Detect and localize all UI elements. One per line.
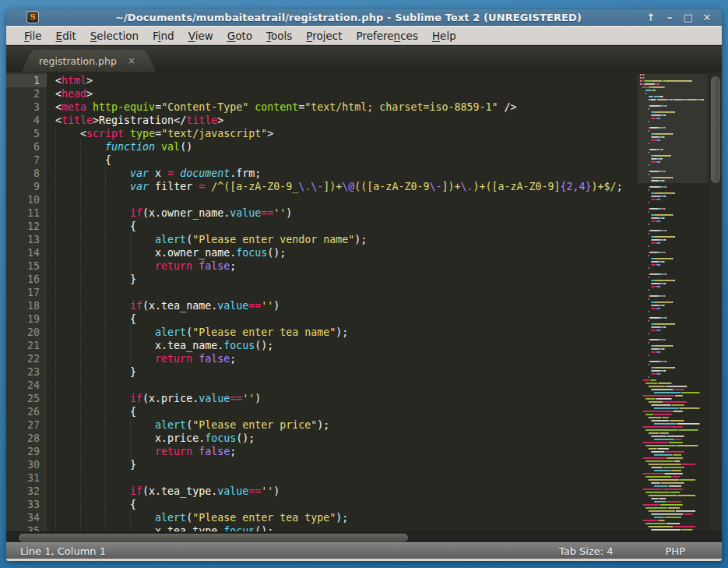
code-line[interactable]: 8 var x = document.frm; — [6, 167, 638, 180]
line-number: 9 — [6, 180, 47, 193]
line-number: 33 — [6, 498, 47, 511]
code-line[interactable]: 17 — [6, 286, 638, 299]
line-number: 11 — [6, 206, 47, 220]
minimap-viewport[interactable] — [638, 74, 708, 183]
shade-button[interactable]: ↑ — [645, 9, 656, 26]
horizontal-scrollbar-thumb[interactable] — [19, 534, 408, 542]
code-line-text: if(x.tea_type.value=='') — [55, 485, 280, 498]
code-line[interactable]: 6 function val() — [6, 140, 638, 153]
menu-item-goto[interactable]: Goto — [220, 28, 259, 44]
code-line[interactable]: 30 } — [6, 458, 638, 471]
close-button[interactable]: ✕ — [702, 9, 712, 26]
code-line[interactable]: 5 <script type="text/javascript"> — [6, 127, 638, 140]
syntax-button[interactable]: PHP — [666, 545, 685, 557]
line-number: 32 — [6, 485, 47, 498]
menu-item-help[interactable]: Help — [425, 28, 463, 44]
code-line-text: return false; — [55, 352, 236, 365]
minimap[interactable] — [638, 72, 708, 531]
line-number: 29 — [6, 445, 47, 458]
code-line[interactable]: 1<html> — [6, 74, 638, 87]
code-line[interactable]: 9 var filter = /^([a-zA-Z0-9_\.\-])+\@((… — [6, 180, 638, 193]
menu-item-preferences[interactable]: Preferences — [350, 28, 425, 44]
code-area[interactable]: 1<html>2<head>3<meta http-equiv="Content… — [6, 72, 638, 531]
code-line-text: { — [55, 312, 136, 326]
menu-item-file[interactable]: File — [17, 28, 49, 44]
caret-position-label: Line 1, Column 1 — [6, 545, 559, 557]
code-line-text: } — [55, 365, 136, 379]
code-line[interactable]: 18 if(x.tea_name.value=='') — [6, 299, 638, 312]
code-line[interactable]: 4<title>Registration</title> — [6, 114, 638, 127]
line-number: 6 — [6, 140, 47, 153]
code-line[interactable]: 13 alert("Please enter vendor name"); — [6, 233, 638, 246]
menu-item-edit[interactable]: Edit — [49, 28, 83, 44]
code-line[interactable]: 27 alert("Please enter price"); — [6, 418, 638, 432]
vertical-scrollbar-thumb[interactable] — [711, 76, 720, 183]
code-line[interactable]: 32 if(x.tea_type.value=='') — [6, 485, 638, 498]
line-number: 17 — [6, 286, 47, 299]
code-line[interactable]: 11 if(x.owner_name.value=='') — [6, 206, 638, 220]
code-line[interactable]: 24 — [6, 379, 638, 392]
menu-item-find[interactable]: Find — [146, 28, 181, 44]
window-bottom-edge — [6, 559, 722, 561]
line-number: 5 — [6, 127, 47, 140]
code-line[interactable]: 14 x.owner_name.focus(); — [6, 246, 638, 259]
maximize-button[interactable]: □ — [683, 9, 694, 26]
code-line[interactable]: 7 { — [6, 153, 638, 167]
code-editor[interactable]: 1<html>2<head>3<meta http-equiv="Content… — [6, 72, 722, 531]
vertical-scrollbar[interactable] — [708, 72, 722, 531]
code-line-text: { — [55, 220, 136, 233]
line-number: 13 — [6, 233, 47, 246]
line-number: 25 — [6, 392, 47, 405]
code-line-text: if(x.price.value=='') — [55, 392, 261, 405]
tab-registration-php[interactable]: registration.php × — [22, 50, 156, 72]
line-number: 1 — [6, 74, 47, 87]
code-line[interactable]: 22 return false; — [6, 352, 638, 365]
line-number: 3 — [6, 101, 47, 114]
menu-item-project[interactable]: Project — [299, 28, 349, 44]
code-line[interactable]: 16 } — [6, 273, 638, 286]
titlebar[interactable]: S ~/Documents/mumbaiteatrail/registratio… — [6, 9, 722, 26]
line-number: 7 — [6, 153, 47, 167]
line-number: 27 — [6, 418, 47, 432]
minimize-button[interactable]: – — [664, 9, 675, 26]
line-number: 34 — [6, 511, 47, 524]
code-line-text: return false; — [55, 445, 236, 458]
menu-item-selection[interactable]: Selection — [83, 28, 146, 44]
code-line[interactable]: 15 return false; — [6, 259, 638, 273]
tab-close-icon[interactable]: × — [128, 55, 135, 66]
code-line-text: function val() — [55, 140, 192, 153]
code-line[interactable]: 20 alert("Please enter tea name"); — [6, 326, 638, 339]
code-line[interactable]: 28 x.price.focus(); — [6, 432, 638, 445]
menu-item-tools[interactable]: Tools — [259, 28, 299, 44]
code-line[interactable]: 31 — [6, 471, 638, 485]
code-line[interactable]: 2<head> — [6, 87, 638, 101]
line-number: 8 — [6, 167, 47, 180]
code-line[interactable]: 12 { — [6, 220, 638, 233]
line-number: 2 — [6, 87, 47, 101]
code-line-text: var filter = /^([a-zA-Z0-9_\.\-])+\@(([a… — [55, 180, 623, 193]
code-line-text: <script type="text/javascript"> — [55, 127, 273, 140]
code-line-text: x.price.focus(); — [55, 432, 255, 445]
code-line[interactable]: 35 x.tea_type.focus(); — [6, 524, 638, 531]
line-number: 28 — [6, 432, 47, 445]
code-line[interactable]: 25 if(x.price.value=='') — [6, 392, 638, 405]
code-line[interactable]: 3<meta http-equiv="Content-Type" content… — [6, 101, 638, 114]
code-line[interactable]: 34 alert("Please enter tea type"); — [6, 511, 638, 524]
code-line[interactable]: 23 } — [6, 365, 638, 379]
tab-size-button[interactable]: Tab Size: 4 — [559, 545, 614, 557]
code-line-text: x.tea_type.focus(); — [55, 524, 273, 531]
sublime-window: S ~/Documents/mumbaiteatrail/registratio… — [6, 9, 722, 561]
tab-bar: registration.php × — [6, 45, 722, 72]
code-line-text: } — [55, 273, 136, 286]
code-line[interactable]: 33 { — [6, 498, 638, 511]
code-line[interactable]: 19 { — [6, 312, 638, 326]
tab-label: registration.php — [39, 55, 117, 67]
code-line[interactable]: 26 { — [6, 405, 638, 418]
line-number: 16 — [6, 273, 47, 286]
horizontal-scrollbar[interactable] — [6, 531, 722, 542]
menu-item-view[interactable]: View — [181, 28, 220, 44]
code-line[interactable]: 21 x.tea_name.focus(); — [6, 339, 638, 352]
code-line[interactable]: 29 return false; — [6, 445, 638, 458]
code-line-text: var x = document.frm; — [55, 167, 261, 180]
code-line[interactable]: 10 — [6, 193, 638, 206]
